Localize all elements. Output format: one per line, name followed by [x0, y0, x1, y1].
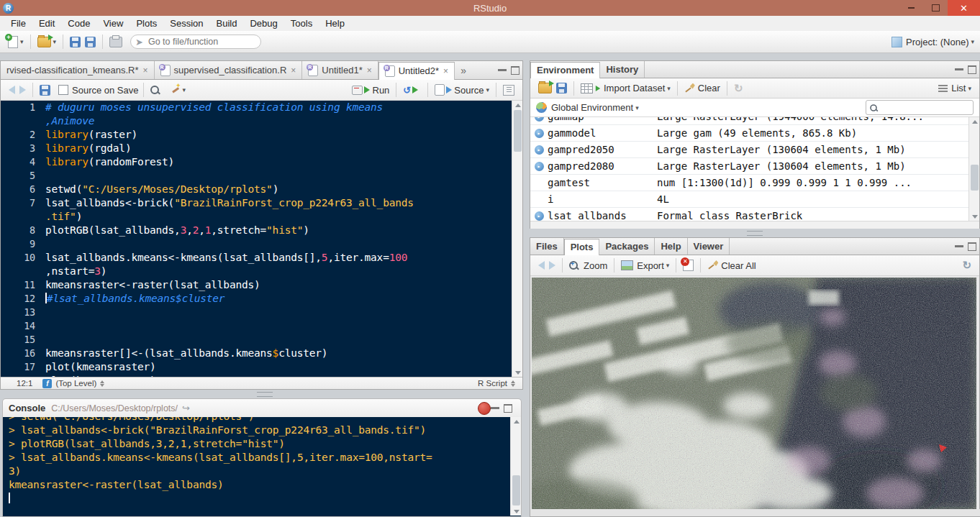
expand-icon[interactable]: ▸ — [535, 162, 544, 171]
pane-minimize-icon[interactable] — [955, 68, 963, 70]
editor-vertical-scrollbar[interactable] — [512, 101, 522, 377]
run-button[interactable]: Run — [352, 85, 390, 96]
environment-row[interactable]: gamtestnum [1:1300(1d)] 0.999 0.999 1 1 … — [530, 175, 979, 191]
environment-row[interactable]: ▸gammodelLarge gam (49 elements, 865.8 K… — [530, 125, 979, 142]
code-line[interactable]: 11kmeansraster<-raster(lsat_allbands) — [6, 278, 522, 292]
horizontal-splitter[interactable] — [257, 392, 273, 397]
menu-edit[interactable]: Edit — [32, 16, 61, 31]
menu-debug[interactable]: Debug — [243, 16, 283, 31]
import-dataset-button[interactable]: Import Dataset▾ — [581, 83, 671, 93]
code-line[interactable]: 5 — [6, 169, 522, 183]
plot-back-icon[interactable] — [538, 261, 545, 270]
pane-minimize-icon[interactable] — [498, 69, 507, 71]
environment-scroll-thumb[interactable] — [971, 165, 979, 191]
environment-search-box[interactable] — [866, 100, 974, 115]
code-line[interactable]: 6setwd("C:/Users/Moses/Desktop/rplots") — [6, 183, 522, 196]
minimize-button[interactable] — [899, 0, 923, 16]
environment-scope-selector[interactable]: Global Environment — [551, 102, 633, 113]
zoom-plot-button[interactable]: Zoom — [569, 260, 607, 271]
editor-tab[interactable]: Rsupervised_classification.R× — [155, 61, 303, 79]
editor-save-button[interactable] — [40, 85, 50, 96]
stop-icon[interactable] — [478, 402, 491, 415]
editor-tab[interactable]: rvised-classification_kmeans.R*× — [1, 61, 155, 79]
code-line[interactable]: 7lsat_allbands<-brick("BrazilRainForst_c… — [6, 196, 522, 210]
environment-horizontal-scrollbar[interactable] — [530, 221, 979, 229]
environment-row[interactable]: i4L — [530, 191, 979, 208]
menu-help[interactable]: Help — [319, 16, 351, 31]
remove-plot-button[interactable] — [683, 260, 694, 271]
expand-icon[interactable]: ▸ — [535, 129, 544, 138]
print-button[interactable] — [109, 37, 122, 47]
source-button[interactable]: Source▾ — [435, 84, 489, 96]
plots-tab-viewer[interactable]: Viewer — [688, 238, 730, 255]
scroll-up-icon[interactable] — [512, 101, 522, 109]
rerun-button[interactable]: ↺ — [403, 85, 421, 96]
plots-tab-files[interactable]: Files — [530, 238, 564, 255]
tab-close-icon[interactable]: × — [143, 65, 148, 76]
save-button[interactable] — [70, 37, 81, 47]
code-line[interactable]: 17plot(kmeansraster) — [6, 360, 522, 374]
code-line[interactable]: ,nstart=3) — [6, 265, 522, 278]
code-line[interactable]: 9 — [6, 237, 522, 251]
nav-forward-icon[interactable] — [19, 86, 26, 94]
document-outline-icon[interactable] — [503, 85, 514, 96]
environment-vertical-scrollbar[interactable] — [968, 117, 979, 221]
clear-all-plots-button[interactable]: Clear All — [707, 260, 756, 271]
plots-tab-plots[interactable]: Plots — [564, 239, 600, 255]
expand-icon[interactable]: ▸ — [535, 211, 544, 221]
menu-tools[interactable]: Tools — [284, 16, 319, 31]
console-scroll-thumb[interactable] — [512, 475, 520, 505]
expand-icon[interactable]: ▸ — [535, 117, 544, 122]
tab-overflow-icon[interactable]: » — [460, 65, 466, 76]
pane-maximize-icon[interactable] — [968, 65, 976, 74]
expand-icon[interactable]: ▸ — [535, 145, 544, 155]
goto-file-input[interactable] — [147, 36, 243, 47]
scroll-up-icon[interactable] — [511, 417, 522, 426]
load-workspace-button[interactable] — [538, 83, 552, 93]
pane-maximize-icon[interactable] — [968, 242, 976, 251]
menu-build[interactable]: Build — [210, 16, 244, 31]
menu-plots[interactable]: Plots — [130, 16, 163, 31]
console-maximize-icon[interactable] — [504, 404, 512, 413]
environment-search-input[interactable] — [878, 102, 960, 114]
close-button[interactable]: ✕ — [948, 0, 980, 16]
code-line[interactable]: 2library(raster) — [6, 128, 522, 142]
environment-row[interactable]: ▸gammapLarge RasterLayer (1944000 elemen… — [530, 117, 979, 125]
scroll-up-icon[interactable] — [969, 117, 979, 126]
list-view-button[interactable]: List▾ — [938, 83, 971, 93]
scroll-down-icon[interactable] — [969, 212, 979, 221]
menu-view[interactable]: View — [96, 16, 130, 31]
console-minimize-icon[interactable] — [491, 407, 499, 409]
environment-row[interactable]: ▸gampred2080Large RasterLayer (130604 el… — [530, 158, 979, 175]
restore-button[interactable] — [923, 0, 948, 16]
save-workspace-button[interactable] — [556, 83, 567, 93]
tab-close-icon[interactable]: × — [443, 66, 448, 76]
file-type-label[interactable]: R Script — [478, 379, 507, 388]
export-plot-button[interactable]: Export▾ — [621, 260, 669, 271]
env-tab-history[interactable]: History — [600, 61, 645, 78]
refresh-plot-icon[interactable]: ↻ — [962, 260, 971, 270]
pane-maximize-icon[interactable] — [511, 66, 520, 75]
environment-row[interactable]: ▸gampred2050Large RasterLayer (130604 el… — [530, 142, 979, 158]
menu-code[interactable]: Code — [61, 16, 96, 31]
environment-row[interactable]: ▸lsat_allbandsFormal class RasterBrick — [530, 208, 979, 221]
save-all-button[interactable] — [85, 37, 96, 47]
console-goto-dir-icon[interactable]: ↪ — [182, 403, 190, 413]
refresh-environment-icon[interactable]: ↻ — [734, 83, 743, 93]
menu-file[interactable]: File — [4, 16, 32, 31]
console-output[interactable]: > setwd("C:/Users/Moses/Desktop/rplots")… — [2, 417, 522, 517]
code-line[interactable]: 16kmeansraster[]<-(lsat_allbands.kmeans$… — [6, 347, 522, 360]
menu-session[interactable]: Session — [163, 16, 209, 31]
console-vertical-scrollbar[interactable] — [510, 417, 521, 516]
code-line[interactable]: 15 — [6, 333, 522, 347]
code-line[interactable]: 1# duguru moses unsupervised classificat… — [6, 101, 522, 114]
env-tab-environment[interactable]: Environment — [530, 62, 600, 78]
scope-label[interactable]: (Top Level) — [55, 379, 96, 388]
code-line[interactable]: 3library(rgdal) — [6, 142, 522, 155]
nav-back-icon[interactable] — [9, 86, 15, 94]
new-file-button[interactable]: +▾ — [8, 36, 24, 48]
code-line[interactable]: 4library(randomForest) — [6, 155, 522, 169]
code-line[interactable]: 13 — [6, 306, 522, 319]
code-line[interactable]: 18plot(kmeansraster) — [6, 374, 522, 377]
open-file-button[interactable]: ▾ — [37, 37, 57, 47]
